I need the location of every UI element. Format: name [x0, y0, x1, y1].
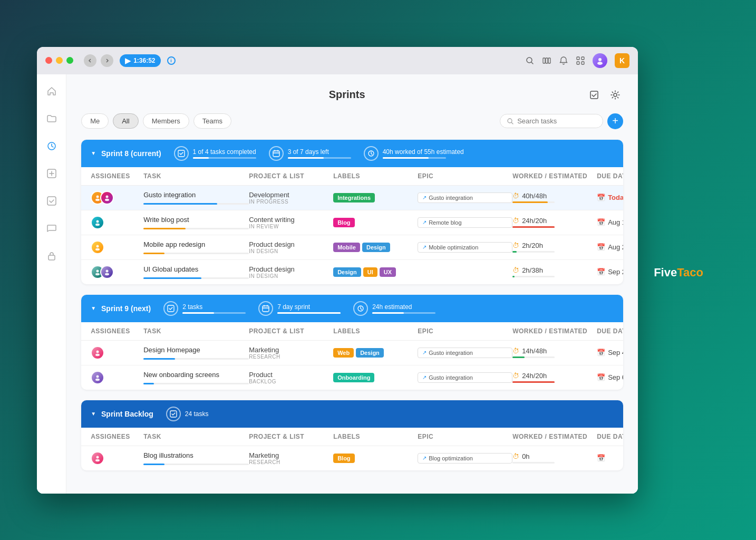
toolbar-right: K [525, 53, 629, 68]
sprint9-header-row: Assignees Task Project & List Labels Epi… [81, 322, 623, 341]
task-assignees [91, 265, 143, 279]
task-assignees [91, 371, 143, 384]
columns-icon[interactable] [542, 56, 551, 65]
svg-point-20 [95, 198, 100, 200]
task-worked: ⏱ 24h/20h [512, 372, 597, 383]
search-icon[interactable] [525, 56, 535, 65]
table-row: Blog illustrations Marketing RESEARCH Bl… [81, 446, 623, 470]
sidebar-item-tasks[interactable] [43, 192, 60, 209]
svg-rect-17 [273, 151, 279, 157]
sprint8-stat3: 40h worked of 55h estimated [364, 146, 464, 161]
svg-point-21 [106, 195, 109, 198]
calendar-icon: 📅 [597, 373, 605, 381]
notifications-icon[interactable] [559, 56, 568, 65]
clock-icon: ⏱ [512, 452, 519, 460]
task-epic: ↗ Gusto integration [418, 192, 512, 203]
user-avatar[interactable] [593, 53, 607, 68]
col-epic: Epic [418, 172, 512, 180]
sprint9-title: ▼ Sprint 9 (next) [91, 304, 151, 313]
task-name-text: UI Global updates [143, 265, 249, 273]
task-name-cell[interactable]: Blog illustrations [143, 451, 249, 465]
task-labels: Design UI UX [333, 267, 418, 277]
forward-button[interactable] [101, 54, 113, 67]
timer-badge[interactable]: ▶ 1:36:52 [120, 54, 160, 67]
sidebar-item-home[interactable] [43, 83, 60, 100]
calendar-icon: 📅 [597, 218, 605, 226]
task-assignees [91, 451, 143, 465]
minimize-button[interactable] [56, 57, 63, 64]
svg-point-34 [96, 350, 99, 353]
svg-rect-32 [263, 306, 269, 312]
svg-rect-6 [577, 62, 579, 64]
task-labels: Onboarding [333, 373, 418, 382]
svg-rect-38 [170, 411, 177, 417]
task-name-text: Blog illustrations [143, 451, 249, 459]
header-actions [586, 87, 623, 103]
sprint8-chevron[interactable]: ▼ [91, 150, 96, 156]
add-task-button[interactable]: + [607, 113, 623, 129]
search-input[interactable] [517, 117, 596, 125]
label-badge: UX [380, 267, 396, 277]
svg-point-30 [105, 273, 109, 275]
calendar-icon: 📅 [597, 194, 605, 201]
task-labels: Mobile Design [333, 243, 418, 252]
svg-point-29 [106, 269, 109, 272]
svg-rect-2 [546, 58, 548, 63]
page-header: Sprints [81, 87, 623, 103]
sprint-backlog-stat1: 24 tasks [166, 407, 209, 421]
task-assignees [91, 191, 143, 205]
close-button[interactable] [45, 57, 52, 64]
sidebar-item-lock[interactable] [43, 247, 60, 264]
back-button[interactable] [84, 54, 96, 67]
sprint9-stat3-icon [353, 301, 368, 316]
task-name-cell[interactable]: Gusto integration [143, 191, 249, 205]
task-name-cell[interactable]: UI Global updates [143, 265, 249, 279]
sidebar-item-folders[interactable] [43, 110, 60, 127]
grid-icon[interactable] [576, 56, 585, 65]
sprint-backlog-chevron[interactable]: ▼ [91, 411, 96, 417]
sidebar-item-messages[interactable] [43, 220, 60, 237]
svg-point-19 [96, 195, 99, 198]
task-epic: ↗ Blog optimization [418, 453, 512, 464]
clock-icon: ⏱ [512, 372, 519, 380]
avatar [100, 191, 114, 205]
sidebar-item-sprints[interactable] [43, 138, 60, 155]
task-labels: Integrations [333, 193, 418, 202]
col-worked: Worked / Estimated [512, 172, 597, 180]
label-badge: Web [333, 348, 354, 358]
settings-icon[interactable] [607, 87, 623, 103]
user-initial-badge[interactable]: K [615, 53, 629, 68]
svg-rect-31 [168, 305, 174, 312]
svg-point-24 [95, 223, 100, 225]
checklist-icon[interactable] [586, 87, 602, 103]
filter-teams[interactable]: Teams [193, 113, 231, 129]
avatar [91, 451, 104, 465]
task-epic: ↗ Remote blog [418, 217, 512, 228]
task-name-cell[interactable]: Design Homepage [143, 346, 249, 360]
table-row: New onboarding screens Product BACKLOG O… [81, 365, 623, 390]
table-row: Write blog post Content writing IN REVIE… [81, 210, 623, 235]
task-assignees [91, 346, 143, 360]
filter-all[interactable]: All [113, 113, 138, 129]
maximize-button[interactable] [66, 57, 73, 64]
task-project: Product design IN DESIGN [249, 265, 333, 279]
task-name-cell[interactable]: New onboarding screens [143, 371, 249, 384]
sidebar [37, 74, 66, 494]
filter-members[interactable]: Members [143, 113, 189, 129]
search-box[interactable] [500, 114, 603, 128]
svg-point-26 [95, 248, 100, 250]
svg-point-36 [96, 375, 99, 378]
filter-me[interactable]: Me [81, 113, 109, 129]
col-project: Project & List [249, 172, 333, 180]
info-icon[interactable]: i [167, 56, 176, 65]
task-epic: ↗ Mobile optimization [418, 242, 512, 253]
sprint8-stat2: 3 of 7 days left [269, 146, 351, 161]
sprint9-chevron[interactable]: ▼ [91, 305, 96, 311]
avatar [91, 371, 104, 384]
sprint-backlog-stat1-text: 24 tasks [185, 410, 209, 418]
task-name-cell[interactable]: Write blog post [143, 216, 249, 229]
task-project: Development IN PROGRESS [249, 191, 333, 205]
sidebar-item-add[interactable] [43, 165, 60, 182]
col-task: Task [143, 172, 249, 180]
task-name-cell[interactable]: Mobile app redesign [143, 240, 249, 254]
